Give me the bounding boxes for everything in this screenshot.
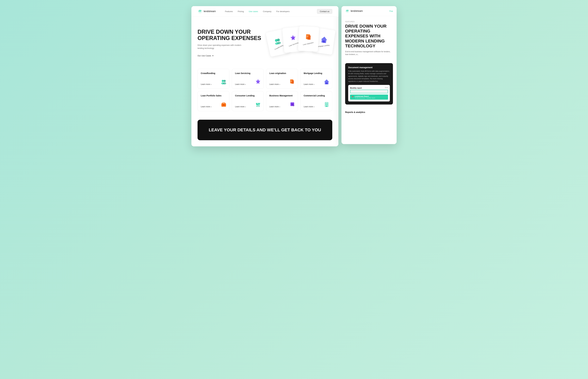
hero-card-loan-servicing-label: Loan Servicing <box>289 42 299 47</box>
use-case-card-portfolio: Loan Portfolio Sales Learn more › <box>198 91 229 111</box>
hero-section: DRIVE DOWN YOUR OPERATING EXPENSES Drive… <box>191 17 338 66</box>
loan-servicing-title: Loan Servicing <box>235 72 261 75</box>
loan-origination-learn-more[interactable]: Learn more › <box>269 83 280 85</box>
second-browser-window: lendstream Fea FEATURES DRIVE DOWN YOUR … <box>341 6 397 144</box>
doc-management-card: Document management Fully automated. Aut… <box>345 63 393 105</box>
svg-point-13 <box>222 80 224 82</box>
loan-servicing-learn-more[interactable]: Learn more › <box>235 83 246 85</box>
crowdfunding-card-icon <box>221 79 227 86</box>
doc-file-info: Lendstream Report To this document · mon… <box>355 95 375 99</box>
doc-management-title: Document management <box>348 66 390 69</box>
svg-rect-36 <box>327 105 327 105</box>
commercial-title: Commercial Lending <box>304 95 329 97</box>
logo-icon <box>198 9 202 14</box>
cta-section: LEAVE YOUR DETAILS AND WE'LL GET BACK TO… <box>198 120 332 140</box>
svg-rect-19 <box>291 81 292 81</box>
reports-title: Reports & analytics <box>345 111 365 113</box>
navbar: lendstream Features Pricing Use cases Co… <box>191 6 338 17</box>
doc-file-name: Lendstream Report <box>355 95 375 97</box>
hero-cards: Crowdfunding Loan Servicing Loan origina <box>268 26 332 60</box>
nav-pricing[interactable]: Pricing <box>238 10 244 13</box>
consumer-card-icon <box>255 101 261 109</box>
monthly-report-label: Monthly report <box>350 87 362 89</box>
chevron-right-icon: › <box>211 105 211 108</box>
consumer-learn-more[interactable]: Learn more › <box>235 105 246 108</box>
crowdfunding-icon <box>273 37 282 46</box>
monthly-report-date: June <box>385 87 388 88</box>
hero-subtitle: Drive down your operating expenses with … <box>198 44 247 50</box>
loan-origination-hero-icon <box>305 33 313 41</box>
svg-rect-22 <box>326 82 327 84</box>
svg-rect-33 <box>326 103 326 104</box>
portfolio-title: Loan Portfolio Sales <box>201 95 226 97</box>
svg-point-38 <box>345 9 349 13</box>
use-case-card-loan-servicing: Loan Servicing Learn more › <box>232 69 264 89</box>
contact-button[interactable]: Contact us <box>317 9 332 14</box>
business-learn-more[interactable]: Learn more › <box>269 105 280 108</box>
hero-title: DRIVE DOWN YOUR OPERATING EXPENSES <box>198 29 262 41</box>
loan-origination-title: Loan origination <box>269 72 295 75</box>
chevron-right-icon: › <box>245 83 246 85</box>
use-case-card-commercial: Commercial Lending Learn more › <box>300 91 332 111</box>
nav-use-cases[interactable]: Use cases <box>249 10 258 13</box>
chevron-down-icon: ▾ <box>212 55 213 57</box>
second-nav-features[interactable]: Fea <box>390 10 393 12</box>
svg-rect-20 <box>291 81 292 82</box>
commercial-learn-more[interactable]: Learn more › <box>304 105 314 108</box>
chevron-right-icon: › <box>211 83 211 85</box>
portfolio-card-icon <box>221 101 227 109</box>
nav-features[interactable]: Features <box>225 10 233 13</box>
use-case-card-loan-origination: Loan origination Learn more › <box>266 69 298 89</box>
business-card-icon <box>289 101 295 109</box>
doc-file-sub: To this document · monthly report <box>355 97 375 99</box>
hero-card-loan-origination-label: Loan origination <box>303 42 314 46</box>
doc-file-icon: 📍 <box>351 96 354 98</box>
use-case-card-consumer: Consumer Lending Learn more › <box>232 91 264 111</box>
svg-point-16 <box>223 82 226 84</box>
second-navbar: lendstream Fea <box>341 6 397 16</box>
crowdfunding-title: Crowdfunding <box>201 72 226 75</box>
svg-rect-12 <box>323 40 325 43</box>
second-hero-title: DRIVE DOWN YOUR OPERATING EXPENSES WITH … <box>345 24 393 48</box>
svg-rect-29 <box>291 104 293 105</box>
chevron-right-icon: › <box>245 105 246 108</box>
svg-point-14 <box>223 80 226 82</box>
portfolio-learn-more[interactable]: Learn more › <box>201 105 211 108</box>
hero-card-mortgage-label: Mortgage Lending <box>317 44 329 47</box>
mortgage-title: Mortgage Lending <box>304 72 329 75</box>
second-logo[interactable]: lendstream <box>345 9 390 13</box>
use-case-card-crowdfunding: Crowdfunding Learn more › <box>198 69 229 89</box>
chevron-right-icon: › <box>279 105 280 108</box>
chevron-right-icon: › <box>314 83 314 85</box>
mortgage-hero-icon <box>320 35 328 44</box>
business-title: Business Management <box>269 95 295 97</box>
loan-servicing-card-icon <box>255 79 261 86</box>
our-use-cases-label: Our Use Cases <box>198 55 211 57</box>
use-case-card-mortgage: Mortgage Lending Learn more › <box>300 69 332 89</box>
use-cases-section: Crowdfunding Learn more › <box>191 66 338 120</box>
cta-title: LEAVE YOUR DETAILS AND WE'LL GET BACK TO… <box>204 127 326 133</box>
svg-rect-37 <box>326 106 327 107</box>
our-use-cases-button[interactable]: Our Use Cases ▾ <box>198 55 262 57</box>
nav-company[interactable]: Company <box>263 10 271 13</box>
hero-card-loan-origination: Loan origination <box>298 26 319 52</box>
nav-links: Features Pricing Use cases Company For d… <box>225 10 317 13</box>
svg-rect-35 <box>326 105 326 105</box>
svg-point-26 <box>257 106 258 107</box>
mortgage-learn-more[interactable]: Learn more › <box>304 83 314 85</box>
logo[interactable]: lendstream <box>198 9 216 14</box>
crowdfunding-learn-more[interactable]: Learn more › <box>201 83 211 85</box>
doc-search-input[interactable] <box>350 90 388 93</box>
second-logo-text: lendstream <box>351 10 363 12</box>
svg-point-0 <box>198 9 202 14</box>
nav-developers[interactable]: For developers <box>276 10 290 13</box>
doc-management-desc: Fully automated. Auto-fill forms with da… <box>348 70 390 83</box>
use-cases-row-1: Crowdfunding Learn more › <box>198 69 332 89</box>
chevron-right-icon: › <box>314 105 314 108</box>
svg-rect-34 <box>327 103 327 104</box>
second-features-label: FEATURES <box>341 16 397 24</box>
reports-section: Reports & analytics <box>341 108 397 116</box>
loan-origination-card-icon <box>289 79 295 86</box>
features-badge: FEATURES <box>341 16 397 24</box>
second-hero-subtitle: End-to-end business management software … <box>345 50 393 56</box>
